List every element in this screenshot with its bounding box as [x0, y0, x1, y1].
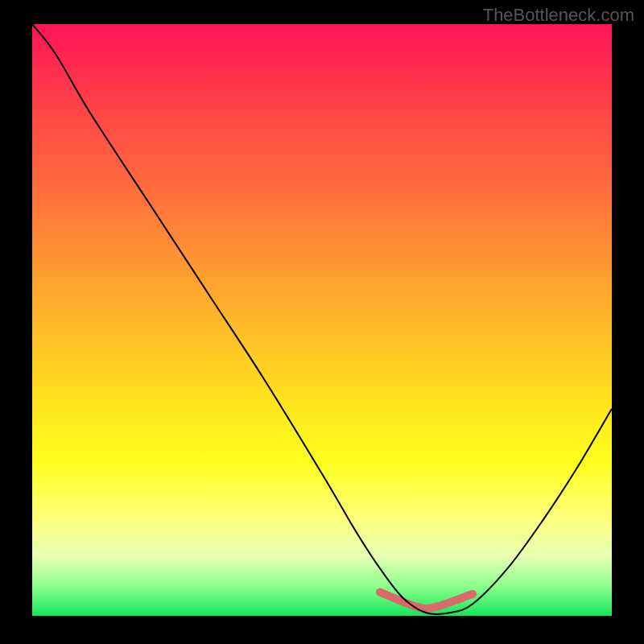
optimal-range-highlight: [380, 592, 473, 609]
chart-plot-area: [32, 24, 612, 616]
bottleneck-curve-line: [32, 24, 612, 614]
chart-svg: [32, 24, 612, 616]
watermark-text: TheBottleneck.com: [483, 5, 634, 26]
